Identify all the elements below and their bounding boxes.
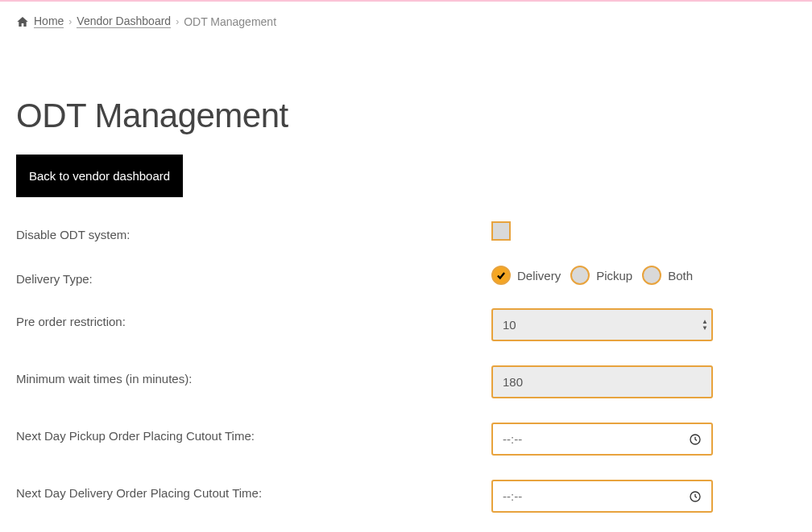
- delivery-type-radio-both[interactable]: [642, 266, 661, 285]
- page-title: ODT Management: [16, 97, 796, 135]
- pickup-cutout-label: Next Day Pickup Order Placing Cutout Tim…: [16, 423, 491, 443]
- pre-order-input[interactable]: [491, 308, 713, 341]
- disable-odt-label: Disable ODT system:: [16, 221, 491, 241]
- delivery-type-label: Delivery Type:: [16, 266, 491, 286]
- disable-odt-checkbox[interactable]: [491, 221, 511, 241]
- delivery-cutout-input[interactable]: [491, 480, 713, 513]
- breadcrumb-current: ODT Management: [184, 15, 276, 28]
- delivery-type-option-delivery-label: Delivery: [517, 269, 561, 282]
- breadcrumb-vendor-dashboard[interactable]: Vendor Dashboard: [77, 14, 171, 28]
- min-wait-label: Minimum wait times (in minutes):: [16, 365, 491, 386]
- home-icon: [16, 15, 29, 28]
- delivery-type-radio-pickup[interactable]: [570, 266, 590, 285]
- chevron-right-icon: ›: [68, 16, 72, 27]
- breadcrumb: Home › Vendor Dashboard › ODT Management: [16, 14, 796, 28]
- pre-order-label: Pre order restriction:: [16, 308, 491, 328]
- delivery-type-radios: Delivery Pickup Both: [491, 266, 713, 285]
- pickup-cutout-input[interactable]: [491, 423, 713, 456]
- delivery-cutout-label: Next Day Delivery Order Placing Cutout T…: [16, 480, 491, 500]
- chevron-right-icon: ›: [176, 16, 179, 27]
- delivery-type-option-pickup-label: Pickup: [596, 269, 632, 282]
- delivery-type-radio-delivery[interactable]: [491, 266, 511, 285]
- back-to-dashboard-button[interactable]: Back to vendor dashboard: [16, 155, 183, 197]
- min-wait-input[interactable]: [491, 365, 713, 398]
- breadcrumb-home[interactable]: Home: [34, 14, 64, 28]
- pre-order-spinner[interactable]: ▲▼: [702, 319, 708, 332]
- delivery-type-option-both-label: Both: [668, 269, 693, 282]
